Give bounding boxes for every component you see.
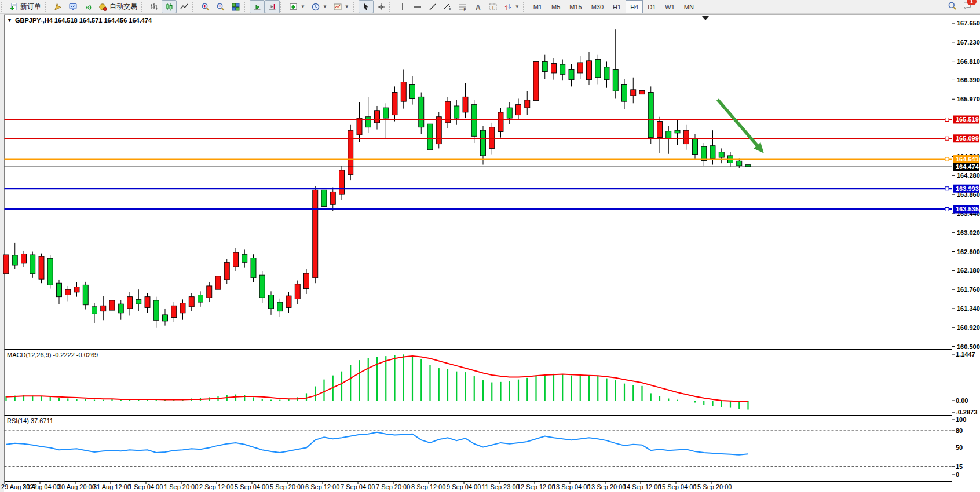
candle-body xyxy=(39,256,44,279)
candle-body xyxy=(242,254,247,262)
auto-trading-button[interactable]: 自动交易 xyxy=(96,0,140,13)
charts-button[interactable] xyxy=(50,0,65,13)
level-price-label-text: 165.519 xyxy=(956,116,979,123)
level-line-handle[interactable] xyxy=(945,157,949,161)
time-tick-label: 31 Aug 12:00 xyxy=(93,483,131,490)
svg-text:F: F xyxy=(463,7,466,11)
zoom-in-button[interactable] xyxy=(198,0,213,13)
candle-body xyxy=(622,84,627,101)
indicators-button[interactable]: ▼ xyxy=(286,0,308,13)
candle-body xyxy=(525,100,530,108)
price-tick-label: 160.920 xyxy=(957,324,980,331)
candle-body xyxy=(74,287,79,292)
candle-body xyxy=(304,273,309,289)
timeframe-mn-button[interactable]: MN xyxy=(679,0,699,13)
candle-body xyxy=(710,146,715,159)
time-tick-label: 2 Sep 12:00 xyxy=(199,483,233,490)
candle-body xyxy=(542,61,547,71)
timeframe-m15-button[interactable]: M15 xyxy=(565,0,586,13)
bar-chart-button[interactable] xyxy=(147,0,162,13)
zoom-out-button[interactable] xyxy=(213,0,228,13)
price-tick-label: 163.020 xyxy=(957,229,980,236)
chevron-down-icon: ▼ xyxy=(323,4,327,9)
level-line-handle[interactable] xyxy=(945,207,949,211)
zoom-out-icon xyxy=(216,2,225,12)
level-line-handle[interactable] xyxy=(945,187,949,190)
crosshair-button[interactable] xyxy=(374,0,389,13)
text-label-icon: T xyxy=(488,2,498,12)
cursor-button[interactable] xyxy=(359,0,374,13)
chart-shift-icon xyxy=(268,2,277,12)
search-icon[interactable] xyxy=(948,1,957,12)
periods-button[interactable]: ▼ xyxy=(308,0,330,13)
tile-windows-button[interactable] xyxy=(228,0,243,13)
vertical-line-button[interactable] xyxy=(395,0,410,13)
time-tick-label: 15 Sep 04:00 xyxy=(659,483,696,490)
candle-body xyxy=(745,165,751,167)
candle-body xyxy=(171,306,177,317)
candle-body xyxy=(348,130,353,175)
text-icon: A xyxy=(473,2,482,12)
candle-body xyxy=(604,67,609,80)
auto-trading-icon xyxy=(98,2,108,12)
timeframe-m1-button[interactable]: M1 xyxy=(529,0,547,13)
new-order-button[interactable]: 新订单 xyxy=(6,0,44,13)
profile-button[interactable] xyxy=(65,0,81,13)
timeframe-m5-button[interactable]: M5 xyxy=(547,0,565,13)
level-price-label: 165.099 xyxy=(953,134,979,142)
timeframe-w1-button[interactable]: W1 xyxy=(660,0,679,13)
level-line-handle[interactable] xyxy=(945,137,949,140)
macd-title: MACD(12,26,9) -0.2222 -0.0269 xyxy=(7,351,98,358)
level-price-label-text: 163.535 xyxy=(956,205,979,212)
text-label-button[interactable]: T xyxy=(485,0,500,13)
templates-button[interactable]: ▼ xyxy=(330,0,352,13)
line-chart-button[interactable] xyxy=(177,0,192,13)
candle-body xyxy=(189,297,194,307)
chevron-down-icon: ▼ xyxy=(301,4,305,9)
level-line-handle[interactable] xyxy=(945,118,949,121)
auto-scroll-icon xyxy=(253,2,262,12)
candle-body xyxy=(215,276,221,289)
signals-button[interactable] xyxy=(81,0,96,13)
rsi-tick-label: 100 xyxy=(956,416,966,423)
candlestick-button[interactable] xyxy=(162,0,177,13)
chart-window[interactable]: 167.650167.230166.810166.390165.970164.7… xyxy=(0,0,980,492)
timeframe-h4-button[interactable]: H4 xyxy=(626,0,643,13)
trendline-button[interactable] xyxy=(425,0,440,13)
chart-background xyxy=(0,0,980,492)
cursor-icon xyxy=(361,2,371,12)
time-tick-label: 5 Sep 04:00 xyxy=(235,483,269,490)
time-tick-label: 12 Sep 12:00 xyxy=(517,483,555,490)
timeframe-m30-button[interactable]: M30 xyxy=(587,0,608,13)
equidistant-channel-button[interactable]: E xyxy=(440,0,455,13)
fibonacci-button[interactable]: F xyxy=(455,0,470,13)
chart-shift-button[interactable] xyxy=(265,0,280,13)
candle-body xyxy=(383,108,389,118)
chart-title: GBPJPY-,H4 164.518 164.571 164.456 164.4… xyxy=(15,17,152,24)
horizontal-line-button[interactable] xyxy=(410,0,425,13)
candle-body xyxy=(339,170,345,194)
candle-body xyxy=(489,127,495,149)
toolbar-group-grip xyxy=(1,2,6,12)
candle-body xyxy=(30,255,35,274)
timeframe-h1-button[interactable]: H1 xyxy=(608,0,626,13)
price-tick-label: 165.970 xyxy=(957,96,980,102)
toolbar-group-grip xyxy=(244,2,249,12)
timeframe-d1-button[interactable]: D1 xyxy=(643,0,660,13)
candle-body xyxy=(313,190,318,278)
rsi-tick-label: 50 xyxy=(956,444,963,451)
chart-dropdown-icon: ▼ xyxy=(7,17,12,23)
arrows-button[interactable]: ▼ xyxy=(500,0,522,13)
text-button[interactable]: A xyxy=(470,0,485,13)
macd-tick-label: -0.2873 xyxy=(956,409,977,416)
auto-scroll-button[interactable] xyxy=(250,0,265,13)
candle-body xyxy=(233,252,239,267)
current-price-label-text: 164.474 xyxy=(956,163,979,170)
new-order-icon xyxy=(9,2,19,12)
notifications-button[interactable]: 1 xyxy=(963,1,972,12)
candle-body xyxy=(321,190,327,206)
chevron-down-icon: ▼ xyxy=(515,4,520,9)
candle-body xyxy=(136,299,141,304)
crosshair-icon xyxy=(376,2,386,12)
candlestick-icon xyxy=(164,2,174,12)
